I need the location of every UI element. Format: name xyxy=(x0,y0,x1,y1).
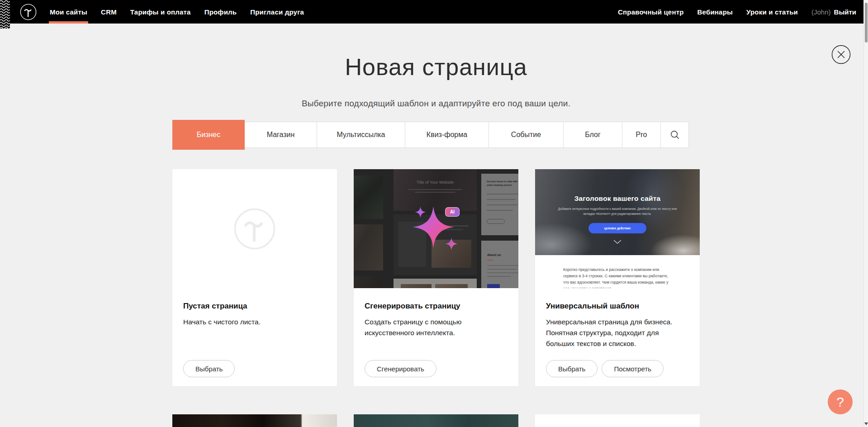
select-blank-button[interactable]: Выбрать xyxy=(183,360,235,377)
search-icon xyxy=(670,130,679,139)
user-name: (John) xyxy=(811,8,831,16)
chevron-down-icon xyxy=(613,240,621,244)
tab-event[interactable]: Событие xyxy=(489,122,564,147)
nav-item-my-sites[interactable]: Мои сайты xyxy=(43,0,94,24)
card-body: Сгенерировать страницу Создать страницу … xyxy=(354,288,518,338)
card-title: Пустая страница xyxy=(183,302,326,311)
template-hero: Заголовок вашего сайта Добавьте интересн… xyxy=(535,169,700,255)
card-description: Начать с чистого листа. xyxy=(183,317,324,327)
template-cards-row: Пустая страница Начать с чистого листа. … xyxy=(172,169,700,386)
page-title: Новая страница xyxy=(172,53,700,81)
tab-label: Квиз-форма xyxy=(427,131,467,139)
card-universal-template[interactable]: Заголовок вашего сайта Добавьте интересн… xyxy=(535,169,700,386)
card-buttons: Выбрать Посмотреть xyxy=(546,360,664,377)
page-subtitle: Выберите подходящий шаблон и адаптируйте… xyxy=(172,99,700,109)
nav-item-invite-friend[interactable]: Пригласи друга xyxy=(243,0,311,24)
ai-sparkle-small-icon xyxy=(445,237,458,250)
nav-item-label: Справочный центр xyxy=(618,8,684,16)
card-blank-page[interactable]: Пустая страница Начать с чистого листа. … xyxy=(172,169,337,386)
ai-sparkle-small-icon xyxy=(415,206,426,218)
tab-label: Блог xyxy=(585,131,601,139)
top-navbar: Мои сайты CRM Тарифы и оплата Профиль Пр… xyxy=(0,0,868,24)
nav-item-label: Пригласи друга xyxy=(250,8,304,16)
navbar-right-menu: Справочный центр Вебинары Уроки и статьи… xyxy=(611,0,868,24)
nav-item-label: CRM xyxy=(101,8,117,16)
tab-label: Бизнес xyxy=(197,131,221,139)
tab-multilink[interactable]: Мультиссылка xyxy=(317,122,405,147)
tab-label: Магазин xyxy=(267,131,295,139)
template-hero-title: Заголовок вашего сайта xyxy=(574,195,661,203)
blank-page-preview xyxy=(172,169,337,288)
tab-label: Мультиссылка xyxy=(337,131,385,139)
template-category-tabs: Бизнес Магазин Мультиссылка Квиз-форма С… xyxy=(172,122,689,148)
template-preview: Заголовок вашего сайта Добавьте интересн… xyxy=(535,169,700,288)
vertical-scrollbar[interactable] xyxy=(863,0,868,427)
card-buttons: Сгенерировать xyxy=(365,360,436,377)
ai-badge: AI xyxy=(445,207,460,217)
tab-store[interactable]: Магазин xyxy=(245,122,317,147)
tab-label: Pro xyxy=(636,131,647,139)
navbar-left-menu: Мои сайты CRM Тарифы и оплата Профиль Пр… xyxy=(43,0,311,24)
nav-item-label: Мои сайты xyxy=(50,8,87,16)
scrollbar-thumb[interactable] xyxy=(865,3,868,43)
select-template-button[interactable]: Выбрать xyxy=(546,360,598,377)
nav-item-label: Вебинары xyxy=(697,8,733,16)
close-button[interactable] xyxy=(831,45,851,64)
card-preview-partial[interactable] xyxy=(535,414,700,427)
ai-preview-collage: Title of Your Website xyxy=(354,169,518,288)
close-icon xyxy=(832,46,850,64)
logout-link[interactable]: Выйти xyxy=(834,8,856,16)
tab-business[interactable]: Бизнес xyxy=(172,120,245,150)
nav-item-label: Тарифы и оплата xyxy=(130,8,191,16)
nav-item-label: Уроки и статьи xyxy=(746,8,798,16)
question-mark-icon: ? xyxy=(836,394,844,410)
scrollbar-down-arrow-icon[interactable] xyxy=(864,422,868,425)
card-title: Сгенерировать страницу xyxy=(365,302,508,311)
nav-item-profile[interactable]: Профиль xyxy=(198,0,244,24)
new-page-dialog: Мои сайты CRM Тарифы и оплата Профиль Пр… xyxy=(0,0,868,427)
tab-pro[interactable]: Pro xyxy=(622,122,661,147)
nav-item-label: Профиль xyxy=(204,8,237,16)
card-body: Универсальный шаблон Универсальная стран… xyxy=(535,288,700,349)
card-description: Создать страницу с помощью искусственног… xyxy=(365,317,506,338)
zigzag-decoration xyxy=(0,0,10,28)
nav-item-crm[interactable]: CRM xyxy=(94,0,123,24)
nav-item-help-center[interactable]: Справочный центр xyxy=(611,0,691,24)
active-item-underline xyxy=(49,21,88,24)
tab-quiz-form[interactable]: Квиз-форма xyxy=(405,122,489,147)
tab-label: Событие xyxy=(511,131,541,139)
generate-button[interactable]: Сгенерировать xyxy=(365,360,436,377)
tab-blog[interactable]: Блог xyxy=(564,122,622,147)
tab-search[interactable] xyxy=(661,122,688,147)
nav-item-webinars[interactable]: Вебинары xyxy=(691,0,740,24)
template-cta-button: целевое действие xyxy=(588,223,646,233)
template-hero-subtitle: Добавьте интересные подробности о вашей … xyxy=(553,207,682,216)
card-buttons: Выбрать xyxy=(183,360,235,377)
user-block: (John) Выйти xyxy=(805,8,861,16)
tilda-watermark-icon xyxy=(233,208,276,250)
card-description: Универсальная страница для бизнеса. Поня… xyxy=(546,317,687,349)
card-title: Универсальный шаблон xyxy=(546,302,689,311)
view-template-button[interactable]: Посмотреть xyxy=(602,360,664,377)
card-ai-generate[interactable]: Title of Your Website xyxy=(354,169,518,386)
card-preview-partial[interactable] xyxy=(172,414,337,427)
nav-item-plans-payment[interactable]: Тарифы и оплата xyxy=(123,0,198,24)
card-body: Пустая страница Начать с чистого листа. xyxy=(172,288,337,327)
template-body-text: Коротко представьтесь и расскажите о ком… xyxy=(563,267,673,288)
template-cards-row-2 xyxy=(172,414,700,427)
nav-item-lessons-articles[interactable]: Уроки и статьи xyxy=(740,0,805,24)
tilda-logo-icon[interactable] xyxy=(20,4,37,20)
content-column: Новая страница Выберите подходящий шабло… xyxy=(172,0,700,427)
card-preview-partial[interactable] xyxy=(354,414,518,427)
help-button[interactable]: ? xyxy=(828,389,853,414)
